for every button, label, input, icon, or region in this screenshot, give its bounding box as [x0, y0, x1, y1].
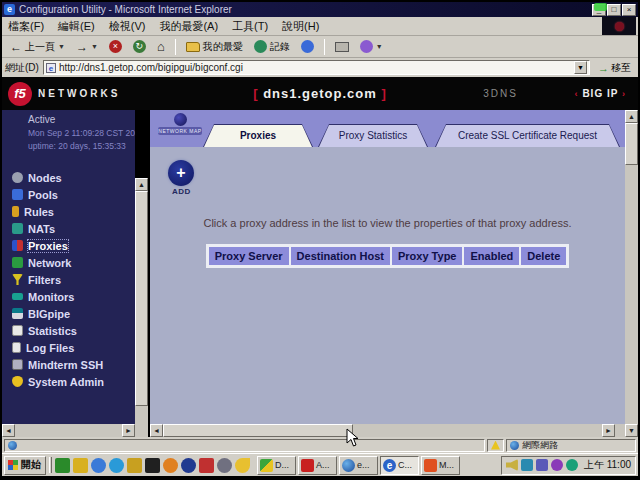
quicklaunch-icon-3[interactable] [91, 458, 106, 473]
column-destination-host: Destination Host [290, 246, 391, 266]
task-window-button-5[interactable]: M... [421, 456, 460, 475]
banner-hostname: dns1.getop.com [263, 86, 377, 101]
quicklaunch-icon-4[interactable] [109, 458, 124, 473]
sidebar-horizontal-scrollbar[interactable]: ◄ ► [2, 424, 135, 437]
mail-button[interactable] [297, 39, 318, 54]
task-buttons: D... A... e... eC... M... [257, 456, 460, 475]
display-icon[interactable] [536, 459, 548, 471]
quicklaunch-icon-9[interactable] [199, 458, 214, 473]
task-window-button-2[interactable]: A... [298, 456, 337, 475]
tray-icon-4[interactable] [551, 459, 563, 471]
menu-view[interactable]: 檢視(V) [109, 19, 146, 34]
browser-toolbar: ← 上一頁 ▼ → ▼ × ↻ ⌂ 我的最愛 記錄 ▼ [2, 36, 638, 58]
browser-status-bar: 網際網路 [2, 437, 638, 453]
scroll-left-icon[interactable]: ◄ [150, 424, 163, 437]
address-dropdown-icon[interactable]: ▼ [574, 61, 587, 74]
banner-3dns-label: 3DNS [483, 88, 518, 99]
tray-icon-5[interactable] [566, 459, 578, 471]
tab-proxies[interactable]: Proxies [203, 124, 313, 147]
quicklaunch-icon-11[interactable] [235, 458, 250, 473]
scrollbar-thumb[interactable] [135, 191, 148, 406]
menu-help[interactable]: 說明(H) [282, 19, 319, 34]
quicklaunch-icon-5[interactable] [127, 458, 142, 473]
go-button[interactable]: → 移至 [594, 61, 635, 75]
screen-edge [0, 476, 640, 480]
scroll-up-icon[interactable]: ▲ [625, 110, 638, 123]
sidebar-item-system-admin[interactable]: System Admin [2, 373, 135, 390]
scrollbar-thumb[interactable] [163, 424, 353, 437]
status-datetime: Mon Sep 2 11:09:28 CST 2002 [28, 128, 135, 138]
stop-icon: × [109, 40, 122, 53]
address-bar: 網址(D) e http://dns1.getop.com/bigipgui/b… [2, 58, 638, 77]
close-button[interactable]: × [622, 4, 636, 16]
start-label: 開始 [21, 458, 41, 472]
sidebar-item-bigpipe[interactable]: BIGpipe [2, 305, 135, 322]
scroll-left-icon[interactable]: ◄ [2, 424, 15, 437]
tray-icon-2[interactable] [521, 459, 533, 471]
restore-button[interactable]: □ [607, 4, 621, 16]
sidebar-item-monitors[interactable]: Monitors [2, 288, 135, 305]
warning-icon [491, 441, 500, 450]
page-icon: e [46, 63, 56, 73]
network-map-button[interactable]: NETWORK MAP [158, 113, 202, 135]
filters-icon [12, 274, 23, 285]
scroll-up-icon[interactable]: ▲ [135, 178, 148, 191]
scroll-right-icon[interactable]: ► [122, 424, 135, 437]
scroll-down-icon[interactable]: ▼ [625, 424, 638, 437]
sidebar-item-nats[interactable]: NATs [2, 220, 135, 237]
sidebar-vertical-scrollbar[interactable]: ▲ ▼ [135, 178, 148, 437]
tab-proxy-statistics[interactable]: Proxy Statistics [318, 124, 428, 147]
scroll-right-icon[interactable]: ► [602, 424, 615, 437]
forward-dropdown-icon[interactable]: ▼ [91, 43, 98, 50]
statistics-icon [12, 325, 23, 336]
refresh-button[interactable]: ↻ [129, 39, 150, 54]
forward-button[interactable]: → ▼ [72, 40, 102, 54]
mail-icon [301, 40, 314, 53]
sidebar-item-filters[interactable]: Filters [2, 271, 135, 288]
start-button[interactable]: 開始 [4, 456, 46, 475]
menu-file[interactable]: 檔案(F) [8, 19, 44, 34]
favorites-button[interactable]: 我的最愛 [182, 39, 247, 55]
menu-favorites[interactable]: 我的最愛(A) [159, 19, 218, 34]
content-vertical-scrollbar[interactable]: ▲ ▼ [625, 110, 638, 437]
history-button[interactable]: 記錄 [250, 39, 294, 55]
quicklaunch-icon-10[interactable] [217, 458, 232, 473]
network-icon [12, 257, 23, 268]
menu-edit[interactable]: 編輯(E) [58, 19, 95, 34]
tab-create-ssl-certificate-request[interactable]: Create SSL Certificate Request [435, 124, 620, 147]
quicklaunch-icon-7[interactable] [163, 458, 178, 473]
mouse-cursor [346, 428, 360, 448]
content-horizontal-scrollbar[interactable]: ◄ ► [150, 424, 615, 437]
task-window-button-1[interactable]: D... [257, 456, 296, 475]
quicklaunch-icon-8[interactable] [181, 458, 196, 473]
video-artifact [594, 3, 607, 11]
task-window-button-3[interactable]: e... [339, 456, 378, 475]
sidebar-item-rules[interactable]: Rules [2, 203, 135, 220]
sidebar-item-pools[interactable]: Pools [2, 186, 135, 203]
edit-dropdown-icon[interactable]: ▼ [376, 43, 383, 50]
url-text[interactable]: http://dns1.getop.com/bigipgui/bigconf.c… [59, 62, 571, 73]
menu-tools[interactable]: 工具(T) [232, 19, 268, 34]
sidebar-item-nodes[interactable]: Nodes [2, 169, 135, 186]
sidebar-item-statistics[interactable]: Statistics [2, 322, 135, 339]
address-input[interactable]: e http://dns1.getop.com/bigipgui/bigconf… [43, 60, 590, 75]
sidebar-item-mindterm-ssh[interactable]: Mindterm SSH [2, 356, 135, 373]
back-button[interactable]: ← 上一頁 ▼ [6, 39, 69, 55]
quicklaunch-icon-2[interactable] [73, 458, 88, 473]
quicklaunch-icon-6[interactable] [145, 458, 160, 473]
quicklaunch-icon-1[interactable] [55, 458, 70, 473]
stop-button[interactable]: × [105, 39, 126, 54]
scrollbar-thumb[interactable] [625, 123, 638, 165]
home-button[interactable]: ⌂ [153, 40, 169, 54]
sidebar-item-log-files[interactable]: Log Files [2, 339, 135, 356]
volume-icon[interactable] [506, 459, 518, 471]
sidebar-item-proxies[interactable]: Proxies [2, 237, 135, 254]
zone-label: 網際網路 [522, 439, 558, 452]
back-dropdown-icon[interactable]: ▼ [58, 43, 65, 50]
toolbar-separator [324, 39, 325, 55]
add-proxy-button[interactable]: + [168, 160, 194, 186]
task-window-button-4-active[interactable]: eC... [380, 456, 419, 475]
edit-button[interactable]: ▼ [356, 39, 387, 54]
sidebar-item-network[interactable]: Network [2, 254, 135, 271]
print-button[interactable] [331, 41, 353, 53]
